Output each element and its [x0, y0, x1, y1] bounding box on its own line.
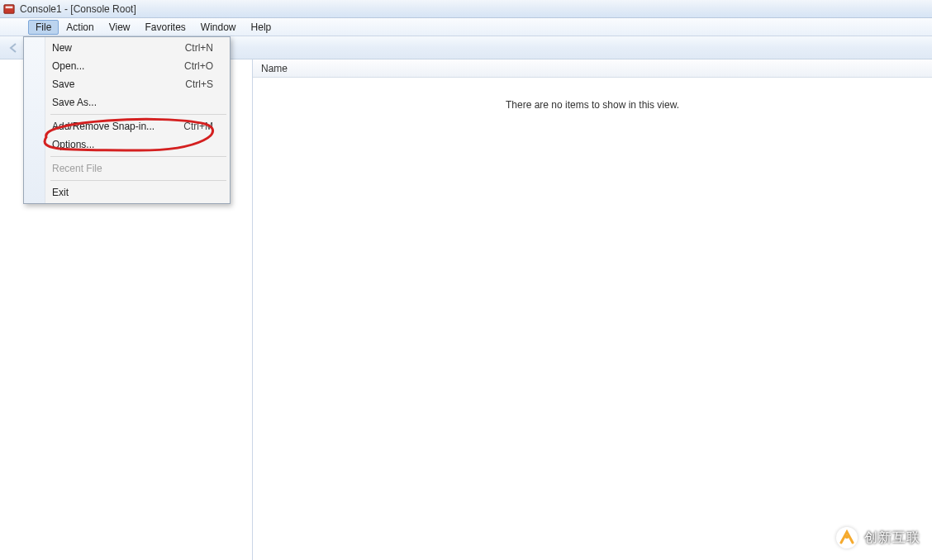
- svg-point-2: [845, 535, 849, 539]
- file-menu-item-new[interactable]: NewCtrl+N: [26, 39, 228, 57]
- column-header-name[interactable]: Name: [253, 59, 932, 78]
- file-menu-item-open[interactable]: Open...Ctrl+O: [26, 57, 228, 75]
- menu-item-shortcut: Ctrl+O: [184, 60, 213, 72]
- app-icon: [3, 3, 15, 15]
- menu-item-label: New: [52, 42, 72, 54]
- menu-file[interactable]: File: [28, 20, 59, 35]
- pane-body: There are no items to show in this view.: [253, 78, 932, 560]
- menu-window[interactable]: Window: [193, 20, 244, 35]
- watermark-text: 创新互联: [864, 529, 920, 547]
- file-menu-item-save-as[interactable]: Save As...: [26, 93, 228, 112]
- menu-favorites[interactable]: Favorites: [138, 20, 193, 35]
- file-menu-item-recent-file: Recent File: [26, 159, 228, 178]
- menu-action[interactable]: Action: [59, 20, 101, 35]
- file-dropdown: NewCtrl+NOpen...Ctrl+OSaveCtrl+SSave As.…: [23, 36, 231, 204]
- menu-separator: [50, 156, 226, 157]
- menu-separator: [50, 180, 226, 181]
- menu-item-label: Save As...: [52, 97, 97, 108]
- back-button[interactable]: [5, 39, 23, 57]
- menu-item-label: Options...: [52, 139, 94, 150]
- file-menu-item-add-remove-snap-in[interactable]: Add/Remove Snap-in...Ctrl+M: [26, 117, 228, 135]
- menu-help[interactable]: Help: [244, 20, 279, 35]
- menu-item-label: Save: [52, 78, 74, 90]
- menu-item-label: Add/Remove Snap-in...: [52, 121, 155, 132]
- menu-separator: [50, 114, 226, 115]
- menu-item-shortcut: Ctrl+S: [185, 78, 213, 90]
- main-pane: Name There are no items to show in this …: [252, 59, 932, 560]
- menu-item-shortcut: Ctrl+M: [183, 121, 213, 132]
- file-menu-item-save[interactable]: SaveCtrl+S: [26, 75, 228, 93]
- menu-view[interactable]: View: [102, 20, 138, 35]
- empty-message: There are no items to show in this view.: [506, 99, 679, 111]
- menubar: File Action View Favorites Window Help: [0, 18, 932, 36]
- file-menu-item-options[interactable]: Options...: [26, 135, 228, 154]
- watermark-icon: [836, 527, 858, 548]
- menu-item-label: Recent File: [52, 163, 102, 174]
- titlebar: Console1 - [Console Root]: [0, 0, 932, 18]
- file-menu-item-exit[interactable]: Exit: [26, 183, 228, 202]
- watermark: 创新互联: [836, 527, 920, 548]
- menu-item-shortcut: Ctrl+N: [185, 42, 213, 54]
- svg-rect-1: [6, 6, 13, 8]
- menu-item-label: Exit: [52, 187, 69, 198]
- menu-item-label: Open...: [52, 60, 84, 72]
- window-title: Console1 - [Console Root]: [20, 3, 136, 15]
- svg-rect-0: [4, 4, 14, 13]
